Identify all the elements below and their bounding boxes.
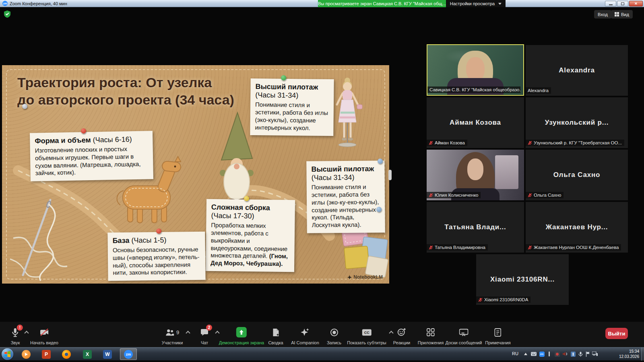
share-banner: Вы просматриваете экран Савицкая С.В. КГ… [318,0,446,7]
share-screen-icon [236,327,247,337]
tray-audio-device-icon[interactable] [577,351,584,357]
minimize-button[interactable] [605,1,616,6]
show-desktop-button[interactable] [641,348,644,361]
participant-tile-zhakantaev[interactable]: Жакантаев Нур... Жакантаев Нурлан ООШ К.… [526,202,628,253]
participant-label: Татьяна Владимировна [427,244,488,251]
clock-date: 12.03.2026 [613,354,639,359]
pin-icon [281,75,286,80]
close-button[interactable]: ✕ [629,1,643,6]
tray-show-hidden-icon[interactable] [522,351,529,357]
captions-button[interactable]: CC Показать субтитры [347,327,386,345]
chevron-down-icon [498,3,502,5]
muted-mic-icon [528,245,532,250]
record-button[interactable]: Запись [327,327,341,345]
participant-tile-savitskaya[interactable]: Савицкая С.В. КГУ "Майская общеобразо... [427,44,524,96]
whiteboard-icon [459,329,469,336]
audio-label: Звук [11,340,20,345]
record-label: Запись [327,340,341,345]
taskbar-app-excel[interactable]: X [79,348,96,360]
chat-unread-badge: 2 [206,325,212,331]
view-button[interactable]: Вид [611,10,633,19]
audio-options-chevron[interactable] [24,331,29,335]
taskbar-app-word[interactable]: W [99,348,116,360]
windows-logo-icon [4,351,10,357]
audio-button[interactable]: ! Звук [11,327,20,345]
participant-tile-alexandra[interactable]: Alexandra Alexandra [526,45,628,96]
zoom-app-icon: zm [2,1,8,6]
participant-tile-uzunkolsky[interactable]: Узункольский р... Узункольский р. КГУ "Т… [526,97,628,148]
participants-button[interactable]: 9 Участники [162,327,183,345]
start-button[interactable] [2,348,13,360]
muted-mic-icon [478,298,483,302]
participant-tile-ayman[interactable]: Айман Козова Айман Козова [427,97,524,148]
start-video-button[interactable]: Начать видео [30,327,58,345]
notes-icon [494,328,501,337]
slide-note-forma-obem: Форма и объем (Часы 6-16) Изготовление п… [30,131,153,181]
slide-note-vysshiy-2: Высший пилотаж(Часы 31-34) Понимание сти… [306,160,385,233]
chat-button[interactable]: 2 Чат [200,327,208,345]
slide-note-vysshiy-1: Высший пилотаж(Часы 31-34) Понимание сти… [250,78,334,136]
grid-view-icon [615,12,619,16]
tray-keyboard-icon[interactable] [530,351,537,357]
tray-pin-icon[interactable] [546,351,552,357]
ai-companion-label: AI Companion [291,340,319,345]
participant-label: Айман Козова [427,140,467,146]
ai-companion-button[interactable]: AI Companion [291,327,319,345]
captions-label: Показать субтитры [347,340,386,345]
taskbar-app-zoom[interactable]: zm [120,348,137,360]
tray-recorder-icon[interactable] [554,351,560,357]
window-title: Zoom Конференция, 40 мин [10,1,67,6]
participant-tile-yuliya[interactable]: Юлия Колисниченко [427,150,524,200]
restore-button[interactable] [617,1,628,6]
tray-bluetooth-icon[interactable] [570,351,576,357]
participant-label: Alexandra [526,87,551,94]
meeting-toolbar: ! Звук Начать видео 9 Участники 2 Чат [0,322,644,347]
summary-label: Сводка [268,340,283,345]
notes-button[interactable]: Примечания [485,327,511,345]
login-label: Вход [598,12,608,17]
notes-label: Примечания [485,340,511,345]
powerpoint-icon: P [42,350,51,359]
taskbar-app-firefox[interactable] [58,348,75,360]
apps-button[interactable]: Приложения [418,327,444,345]
language-indicator[interactable]: RU [512,351,518,356]
whiteboards-button[interactable]: Доски сообщений [446,327,482,345]
slide-note-baza: База (Часы 1-5) Основы безопасности, руч… [107,232,205,281]
muted-mic-icon [528,141,532,145]
participant-tile-tatyana[interactable]: Татьяна Влади... Татьяна Владимировна [427,202,524,253]
participant-label: Жакантаев Нурлан ООШ К.Дененбаева [526,244,621,251]
taskbar-app-mediaplayer[interactable] [18,348,35,360]
leave-meeting-button[interactable]: Выйти [605,328,628,339]
participant-tile-olga[interactable]: Ольга Сахно Ольга Сахно [526,150,628,200]
taskbar-clock[interactable]: 15:34 12.03.2026 [613,349,639,359]
windows-taskbar: P X W zm RU zm 15:34 12.03.2026 [0,347,644,360]
pin-icon [376,207,382,212]
participant-label: Юлия Колисниченко [427,192,481,198]
summary-button[interactable]: Сводка [268,327,283,345]
taskbar-app-powerpoint[interactable]: P [38,348,55,360]
login-button[interactable]: Вход [594,10,611,19]
muted-mic-icon [528,193,532,197]
tray-zoom-icon[interactable]: zm [539,351,545,357]
participant-label: Узункольский р. КГУ "Троебратская ОО... [526,140,624,146]
pin-icon [244,196,249,201]
apps-icon [427,328,435,336]
firefox-icon [62,350,71,359]
slide-note-slozhnaya: Сложная сборка(Часы 17-30) Проработка ме… [206,199,295,272]
audio-warning-badge: ! [17,325,23,331]
notebooklm-watermark: NotebookLM [347,274,383,280]
share-screen-button[interactable]: Демонстрация экрана [219,327,264,345]
reactions-button[interactable]: Реакции [393,327,411,345]
encryption-shield-icon [4,10,10,19]
svg-text:CC: CC [364,331,369,335]
tray-volume-icon[interactable] [562,351,568,357]
participants-options-chevron[interactable] [186,331,190,335]
pin-icon [156,228,161,234]
view-settings-button[interactable]: Настройки просмотра [446,0,506,7]
tray-flag-icon[interactable] [584,351,591,357]
share-screen-label: Демонстрация экрана [219,340,264,345]
media-player-icon [22,350,31,359]
participant-tile-xiaomi[interactable]: Xiaomi 23106RN... Xiaomi 23106RN0DA [476,254,569,305]
muted-mic-icon [429,245,433,250]
tray-network-icon[interactable] [592,351,598,357]
